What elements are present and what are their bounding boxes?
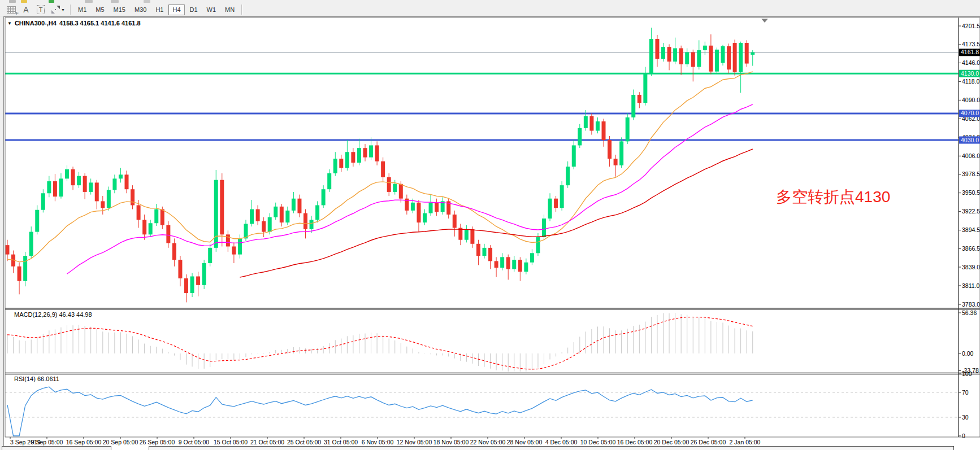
partial-icon xyxy=(49,0,54,3)
tf-button-m30[interactable]: M30 xyxy=(131,5,150,15)
price-axis[interactable] xyxy=(959,18,980,437)
tf-button-h4[interactable]: H4 xyxy=(168,5,184,15)
letter-t-icon: T xyxy=(37,5,45,14)
toolbar-separator xyxy=(70,5,71,15)
macd-panel[interactable] xyxy=(5,310,959,373)
diagonal-arrows-icon xyxy=(51,6,60,14)
drawing-timeframe-toolbar: F A T ▼ M1 M5 M15 M30 H1 H4 D1 W1 MN xyxy=(0,3,980,16)
main-chart-area[interactable] xyxy=(5,18,959,308)
tf-button-mn[interactable]: MN xyxy=(221,5,239,15)
text-label-button[interactable]: A xyxy=(19,4,33,15)
partial-icon xyxy=(21,0,27,3)
tf-button-h1[interactable]: H1 xyxy=(151,5,167,15)
partial-icon xyxy=(85,0,93,3)
partial-icon xyxy=(9,0,16,3)
text-box-button[interactable]: T xyxy=(34,4,47,15)
rsi-panel[interactable] xyxy=(5,374,959,437)
docked-window-edge[interactable] xyxy=(2,446,111,450)
tf-button-m5[interactable]: M5 xyxy=(92,5,108,15)
tf-button-m1[interactable]: M1 xyxy=(74,5,90,15)
letter-a-icon: A xyxy=(23,5,28,14)
mt4-chart-window: F A T ▼ M1 M5 M15 M30 H1 H4 D1 W1 MN 420… xyxy=(0,0,980,450)
toolbar-separator xyxy=(241,5,242,15)
docked-window-edge[interactable] xyxy=(149,446,954,450)
partial-icon xyxy=(144,0,150,3)
partial-icon xyxy=(111,0,119,3)
grid-fibo-icon[interactable]: F xyxy=(5,4,18,15)
grid-icon: F xyxy=(7,6,16,14)
chart-canvas-window: 4201.54173.54146.04118.04090.04062.04034… xyxy=(3,16,980,450)
tf-button-w1[interactable]: W1 xyxy=(203,5,220,15)
chevron-down-icon: ▼ xyxy=(61,8,65,12)
arrow-objects-button[interactable]: ▼ xyxy=(49,4,68,15)
tf-button-m15[interactable]: M15 xyxy=(110,5,129,15)
tf-button-d1[interactable]: D1 xyxy=(186,5,202,15)
